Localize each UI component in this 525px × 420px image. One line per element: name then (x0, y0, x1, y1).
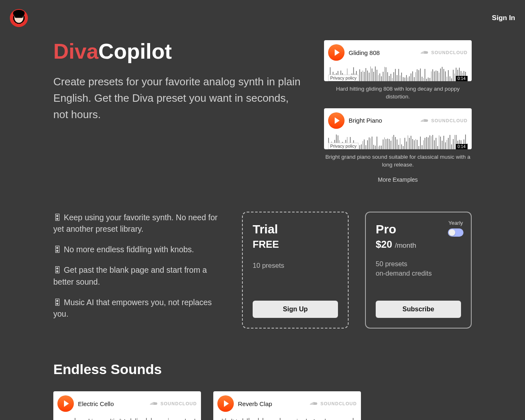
soundcloud-brand[interactable]: SOUNDCLOUD (420, 50, 468, 55)
soundcloud-card: Bright Piano SOUNDCLOUD Privacy policy 0… (324, 108, 472, 149)
benefit-item: 🎛 No more endless fiddling with knobs. (53, 244, 226, 255)
signup-button[interactable]: Sign Up (253, 301, 338, 318)
soundcloud-brand[interactable]: SOUNDCLOUD (150, 401, 197, 406)
yearly-toggle[interactable]: Yearly (448, 220, 463, 237)
track-title[interactable]: Gliding 808 (349, 49, 380, 56)
plan-price: $20 /month (376, 239, 461, 250)
avatar-logo[interactable] (10, 9, 28, 27)
toggle-switch[interactable] (448, 228, 463, 237)
plan-pro: Yearly Pro $20 /month 50 presets on-dema… (365, 212, 472, 329)
play-icon[interactable] (57, 395, 74, 412)
privacy-link[interactable]: Privacy policy (328, 143, 358, 149)
benefit-item: 🎛 Get past the blank page and start from… (53, 264, 226, 288)
duration-badge: 0:14 (456, 144, 468, 149)
title-accent: Diva (53, 39, 98, 63)
waveform[interactable] (57, 416, 197, 420)
hero-subtitle: Create presets for your favorite analog … (53, 73, 304, 123)
more-examples-link[interactable]: More Examples (324, 176, 472, 183)
plan-trial: Trial FREE 10 presets Sign Up (242, 212, 349, 329)
soundcloud-card: Electric Cello SOUNDCLOUD Privacy policy… (53, 391, 201, 420)
play-icon[interactable] (328, 44, 345, 61)
plan-note: 10 presets (253, 261, 338, 270)
top-nav: Sign In (0, 0, 525, 33)
waveform[interactable] (217, 416, 357, 420)
soundcloud-card: Reverb Clap SOUNDCLOUD Privacy policy 0:… (213, 391, 361, 420)
track-title[interactable]: Electric Cello (78, 400, 114, 407)
plan-note: on-demand credits (376, 269, 461, 278)
sign-in-link[interactable]: Sign In (492, 14, 515, 22)
benefit-item: 🎛 Keep using your favorite synth. No nee… (53, 212, 226, 235)
subscribe-button[interactable]: Subscribe (376, 301, 461, 318)
yearly-label: Yearly (448, 220, 463, 226)
plan-note: 50 presets (376, 259, 461, 269)
soundcloud-icon (420, 50, 429, 55)
plan-price: FREE (253, 239, 338, 250)
section-heading: Endless Sounds (53, 361, 472, 377)
benefit-item: 🎛 Music AI that empowers you, not replac… (53, 297, 226, 320)
soundcloud-card: Gliding 808 SOUNDCLOUD Privacy policy 0:… (324, 40, 472, 81)
soundcloud-icon (310, 401, 318, 406)
soundcloud-brand[interactable]: SOUNDCLOUD (310, 401, 357, 406)
play-icon[interactable] (217, 395, 234, 412)
track-title[interactable]: Reverb Clap (238, 400, 272, 407)
privacy-link[interactable]: Privacy policy (328, 75, 358, 81)
play-icon[interactable] (328, 112, 345, 129)
benefits-list: 🎛 Keep using your favorite synth. No nee… (53, 212, 226, 329)
title-rest: Copilot (98, 39, 172, 63)
page-title: DivaCopilot (53, 40, 304, 63)
soundcloud-icon (150, 401, 158, 406)
soundcloud-brand[interactable]: SOUNDCLOUD (420, 118, 468, 123)
example-caption: Hard hitting gliding 808 with long decay… (324, 85, 472, 101)
track-title[interactable]: Bright Piano (349, 117, 382, 124)
plan-name: Trial (253, 222, 338, 236)
duration-badge: 0:14 (456, 76, 468, 81)
soundcloud-icon (420, 118, 429, 123)
example-caption: Bright grand piano sound suitable for cl… (324, 153, 472, 169)
